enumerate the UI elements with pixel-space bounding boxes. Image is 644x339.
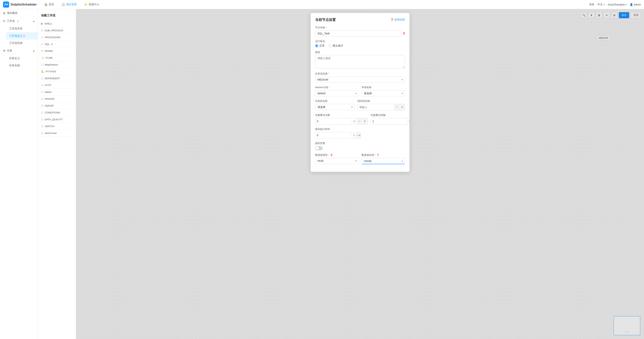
delay-time-plus[interactable]: + [359,132,360,138]
retry-interval-field: 失败重试间隔 分 − + [371,113,410,124]
conditions-icon: ⬡ [41,111,43,114]
datasource-instance-field: 数据源实例 * 7 cstudy [362,153,405,164]
delay-time-minus[interactable]: − [357,132,359,138]
worker-group-label: Worker分组 * [315,86,358,89]
task-item-datax[interactable]: ⬡ DataX [38,89,76,96]
node-name-input[interactable] [315,30,402,36]
task-item-shell[interactable]: ▶ SHELL [38,20,76,27]
task-item-pigeon[interactable]: ⬡ PIGEON [38,96,76,102]
run-flag-label: 运行标志 [315,39,405,43]
task-item-procedure[interactable]: ⬡ PROCEDURE [38,34,76,41]
required-mark: * [326,26,327,29]
top-navigation: DolphinScheduler 🏠 首页 📋 项目管理 📁 资源中心 深色 中… [0,0,644,9]
task-group-label: 任务组名称 [315,99,354,103]
task-item-seatunnel[interactable]: ⬡ SeaTunnel [38,130,76,137]
delay-time-input[interactable] [315,132,352,138]
theme-switcher[interactable]: 深色 [589,3,594,6]
lang-switcher[interactable]: 中文 ▾ [598,3,605,6]
retry-interval-input[interactable] [371,118,407,124]
sidebar-item-workflow-instance[interactable]: 工作流实例 [6,39,38,47]
sidebar-item-task[interactable]: ⚙ 任务 ▲ [0,47,38,55]
task-item-spark[interactable]: ✦ SPARK [38,48,76,54]
task-group-select[interactable]: 请选择 [315,104,354,110]
group-priority-input[interactable] [358,104,394,110]
task-item-flink[interactable]: ⚡ FLINK [38,54,76,61]
task-item-sql[interactable]: ⬡ SQL 4 [38,41,76,48]
logo-text: DolphinScheduler [11,3,37,6]
help-link[interactable]: ❓ 使用说明 [390,18,405,21]
svg-point-1 [7,3,8,4]
desc-field: 描述 [315,50,405,69]
retry-times-minus[interactable]: − [357,118,362,124]
task-item-http[interactable]: ⬡ HTTP [38,82,76,89]
nav-resource[interactable]: 📁 资源中心 [83,2,101,7]
retry-times-unit: 次 [352,118,357,124]
lang-chevron-icon: ▾ [604,3,605,6]
sidebar-item-workflow-relation[interactable]: 工作流关系 [6,25,38,32]
workflow-badge: 2 [17,20,18,23]
priority-select-wrapper: MEDIUM LOW HIGH [315,77,405,83]
sidebar-item-task-definition[interactable]: 任务定义 [6,55,38,62]
spark-icon: ✦ [41,50,43,52]
http-icon: ⬡ [41,84,43,87]
node-settings-modal: 当前节点设置 ❓ 使用说明 节点名称 * 5 [310,13,410,172]
wf-def-badge: 3 [23,34,25,37]
modal-title: 当前节点设置 [315,17,336,22]
delay-time-unit: 分 [352,132,357,138]
env-name-select-wrapper: 请选择 [362,90,405,96]
retry-times-label: 失败重试次数 [315,113,368,117]
sql-icon: ⬡ [41,43,43,46]
nav-home[interactable]: 🏠 首页 [43,2,56,7]
task-item-subprocess[interactable]: ⬡ SUB_PROCESS [38,27,76,34]
switch-icon: ⬡ [41,125,43,128]
group-priority-stepper: − + [358,104,405,110]
task-expand-icon: ▲ [33,50,35,52]
task-item-conditions[interactable]: ⬡ CONDITIONS [38,109,76,116]
timezone-switcher[interactable]: Asia/Shanghai ▾ [608,3,627,6]
retry-times-plus[interactable]: + [362,118,368,124]
worker-group-select[interactable]: default [315,90,358,96]
radio-disabled-dot [328,44,332,47]
task-item-dependent[interactable]: ⬡ DEPENDENT [38,75,76,82]
sidebar-item-project-overview[interactable]: ⊞ 项目概览 [0,9,38,17]
datasource-instance-label: 数据源实例 * 7 [362,153,405,157]
datasource-type-select[interactable]: HIVE MYSQL POSTGRESQL [315,158,358,164]
group-priority-plus[interactable]: + [400,104,405,110]
radio-normal[interactable]: 正常 [315,44,325,47]
task-item-switch[interactable]: ⬡ SWITCH [38,123,76,130]
sidebar-item-workflow[interactable]: ⟳ 工作流 2 ▲ [0,17,38,25]
sidebar-item-task-instance[interactable]: 任务实例 [6,62,38,69]
task-item-sqoop[interactable]: ⬡ SQOOP [38,102,76,109]
logo[interactable]: DolphinScheduler [3,1,37,7]
priority-label: 任务优先级 * [315,72,405,75]
nav-right: 深色 中文 ▾ Asia/Shanghai ▾ 👤 admin [589,3,641,6]
dataquality-icon: ⬡ [41,118,43,121]
timeout-alert-toggle[interactable] [315,146,323,150]
radio-normal-dot [315,44,318,47]
group-priority-field: 组内优先级 − + [358,99,405,110]
desc-textarea[interactable] [315,55,405,68]
nav-project[interactable]: 📋 项目管理 [60,2,78,7]
retry-interval-stepper: 分 − + [371,118,410,124]
flow-icon: ⟳ [3,19,5,23]
env-name-label: 环境名称 [362,86,405,89]
task-item-mapreduce[interactable]: ⬡ MapReduce [38,61,76,68]
datasource-type-badge: 6 [331,153,332,157]
datasource-instance-required: * [375,154,376,157]
radio-disabled[interactable]: 禁止执行 [328,44,343,47]
priority-select[interactable]: MEDIUM LOW HIGH [315,77,405,83]
task-item-python[interactable]: 🐍 PYTHON [38,68,76,75]
sidebar-item-workflow-definition[interactable]: 工作流定义 3 [6,32,38,39]
priority-required: * [328,72,329,75]
user-menu[interactable]: 👤 admin [630,3,641,6]
datasource-type-required: * [328,154,329,157]
task-group-row: 任务组名称 请选择 组内优先级 − + [315,99,405,113]
task-item-dataquality[interactable]: ⬡ DATA_QUALITY [38,116,76,123]
task-icon: ⚙ [3,49,6,52]
retry-interval-label: 失败重试间隔 [371,113,410,117]
retry-times-input[interactable] [315,118,352,124]
group-priority-minus[interactable]: − [394,104,400,110]
datasource-instance-select[interactable]: cstudy [362,158,405,164]
env-name-select[interactable]: 请选择 [362,90,405,96]
task-panel-title: 创建工作流 [38,12,76,20]
